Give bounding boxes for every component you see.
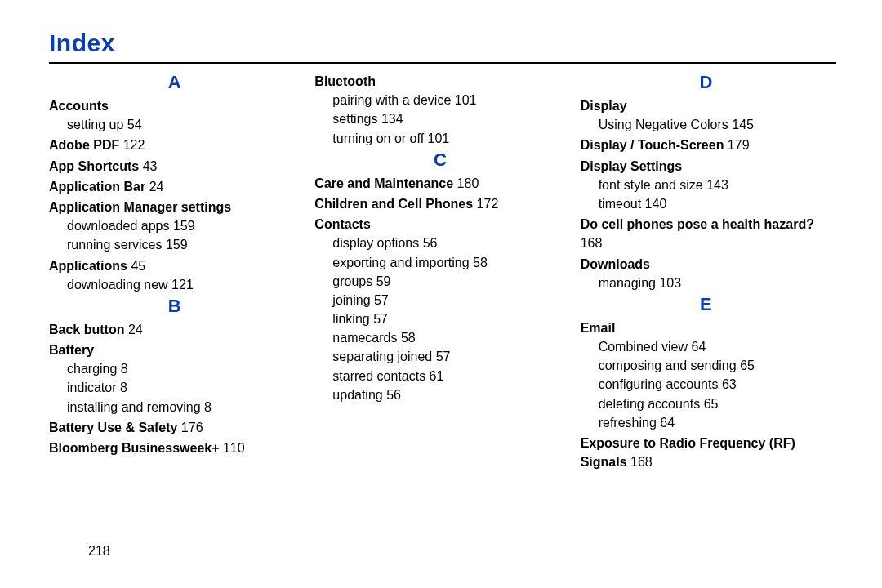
page-ref[interactable]: 168: [581, 236, 603, 250]
page-ref[interactable]: 65: [740, 359, 755, 372]
entry-title[interactable]: Accounts: [49, 96, 300, 115]
entry-title[interactable]: Do cell phones pose a health hazard? 168: [581, 215, 831, 252]
subentry[interactable]: indicator 8: [67, 378, 300, 397]
page-ref[interactable]: 121: [172, 278, 194, 292]
page-ref[interactable]: 143: [706, 178, 728, 192]
subentry[interactable]: downloaded apps 159: [67, 216, 300, 235]
page-ref[interactable]: 54: [127, 118, 142, 131]
subentry[interactable]: starred contacts 61: [332, 367, 565, 385]
subentry[interactable]: exporting and importing 58: [332, 253, 565, 272]
section-letter: D: [581, 72, 831, 93]
page-ref[interactable]: 64: [692, 340, 706, 354]
page-ref[interactable]: 43: [143, 159, 158, 173]
index-entry: Do cell phones pose a health hazard? 168: [581, 215, 831, 252]
subentry[interactable]: pairing with a device 101: [332, 91, 565, 109]
subentry[interactable]: charging 8: [67, 359, 300, 378]
page-ref[interactable]: 134: [381, 112, 403, 126]
index-entry: Downloadsmanaging 103: [581, 255, 831, 292]
entry-title[interactable]: Care and Maintenance 180: [314, 174, 565, 193]
entry-title[interactable]: Display / Touch-Screen 179: [581, 136, 831, 154]
subentry[interactable]: setting up 54: [67, 115, 300, 134]
subentries: Combined view 64composing and sending 65…: [599, 337, 831, 432]
page-ref[interactable]: 168: [630, 455, 653, 469]
entry-title[interactable]: Application Manager settings: [49, 198, 300, 216]
page-ref[interactable]: 8: [120, 381, 127, 394]
page-ref[interactable]: 64: [660, 416, 675, 430]
subentry[interactable]: settings 134: [332, 109, 565, 128]
entry-title[interactable]: Bloomberg Businessweek+ 110: [49, 439, 300, 457]
page-ref[interactable]: 159: [173, 219, 195, 233]
entry-title[interactable]: Back button 24: [49, 320, 300, 339]
index-section: CCare and Maintenance 180Children and Ce…: [314, 149, 565, 404]
subentry[interactable]: updating 56: [332, 385, 565, 404]
entry-title[interactable]: Adobe PDF 122: [49, 136, 300, 154]
page-ref[interactable]: 58: [473, 256, 488, 270]
page-ref[interactable]: 179: [728, 138, 750, 152]
subentry[interactable]: groups 59: [332, 272, 565, 291]
page-ref[interactable]: 57: [436, 350, 451, 363]
page-ref[interactable]: 180: [457, 176, 479, 190]
page-ref[interactable]: 57: [373, 312, 388, 326]
page-ref[interactable]: 24: [128, 323, 143, 336]
subentry[interactable]: running services 159: [67, 235, 300, 254]
page-ref[interactable]: 103: [659, 276, 681, 290]
page-ref[interactable]: 101: [428, 131, 450, 145]
subentry[interactable]: joining 57: [332, 291, 565, 310]
subentry[interactable]: downloading new 121: [67, 275, 300, 294]
page-ref[interactable]: 8: [204, 400, 212, 414]
page-ref[interactable]: 8: [121, 362, 128, 376]
subentry[interactable]: installing and removing 8: [67, 398, 300, 416]
page-ref[interactable]: 159: [166, 238, 188, 252]
entry-title[interactable]: Contacts: [314, 215, 565, 234]
entry-title[interactable]: Bluetooth: [314, 72, 565, 91]
subentry[interactable]: namecards 58: [332, 328, 565, 347]
subentry[interactable]: separating joined 57: [332, 347, 565, 366]
entry-title[interactable]: Applications 45: [49, 256, 300, 275]
subentry[interactable]: managing 103: [599, 274, 831, 292]
entry-title[interactable]: Display: [581, 96, 831, 115]
subentry[interactable]: display options 56: [332, 234, 565, 252]
page-ref[interactable]: 45: [131, 259, 145, 273]
page-ref[interactable]: 172: [477, 197, 499, 211]
page-ref[interactable]: 122: [123, 138, 145, 152]
subentry[interactable]: Combined view 64: [599, 337, 831, 356]
subentries: Using Negative Colors 145: [599, 115, 831, 134]
page-ref[interactable]: 56: [386, 388, 401, 402]
subentry[interactable]: turning on or off 101: [332, 129, 565, 148]
subentry[interactable]: Using Negative Colors 145: [599, 115, 831, 134]
page-ref[interactable]: 56: [423, 236, 438, 250]
index-entry: EmailCombined view 64composing and sendi…: [581, 318, 831, 432]
subentry[interactable]: font style and size 143: [599, 176, 831, 194]
page-ref[interactable]: 101: [455, 93, 477, 107]
index-entry: Battery Use & Safety 176: [49, 418, 300, 437]
entry-title[interactable]: Battery: [49, 341, 300, 359]
page-ref[interactable]: 59: [376, 274, 391, 288]
entry-title[interactable]: Display Settings: [581, 157, 831, 176]
entry-title[interactable]: Application Bar 24: [49, 177, 300, 196]
entry-title[interactable]: Battery Use & Safety 176: [49, 418, 300, 437]
page-ref[interactable]: 61: [430, 369, 444, 383]
index-entry: Applications 45downloading new 121: [49, 256, 300, 294]
page-ref[interactable]: 110: [223, 441, 245, 455]
subentry[interactable]: composing and sending 65: [599, 356, 831, 375]
page-ref[interactable]: 63: [722, 377, 737, 391]
entry-title[interactable]: Exposure to Radio Frequency (RF) Signals…: [581, 434, 831, 471]
page-ref[interactable]: 140: [645, 197, 667, 211]
subentry[interactable]: deleting accounts 65: [599, 394, 831, 413]
page-ref[interactable]: 57: [374, 293, 389, 307]
section-letter: B: [49, 296, 300, 317]
entry-title[interactable]: App Shortcuts 43: [49, 157, 300, 176]
entry-title[interactable]: Email: [581, 318, 831, 337]
subentry[interactable]: linking 57: [332, 310, 565, 328]
subentry[interactable]: timeout 140: [599, 194, 831, 213]
page-ref[interactable]: 24: [149, 180, 164, 194]
entry-title[interactable]: Downloads: [581, 255, 831, 274]
page-ref[interactable]: 65: [704, 397, 719, 411]
rule: [49, 62, 836, 64]
subentry[interactable]: refreshing 64: [599, 413, 831, 432]
page-ref[interactable]: 58: [401, 331, 416, 345]
page-ref[interactable]: 176: [181, 421, 203, 434]
subentry[interactable]: configuring accounts 63: [599, 375, 831, 394]
entry-title[interactable]: Children and Cell Phones 172: [314, 194, 565, 213]
page-ref[interactable]: 145: [732, 118, 754, 131]
